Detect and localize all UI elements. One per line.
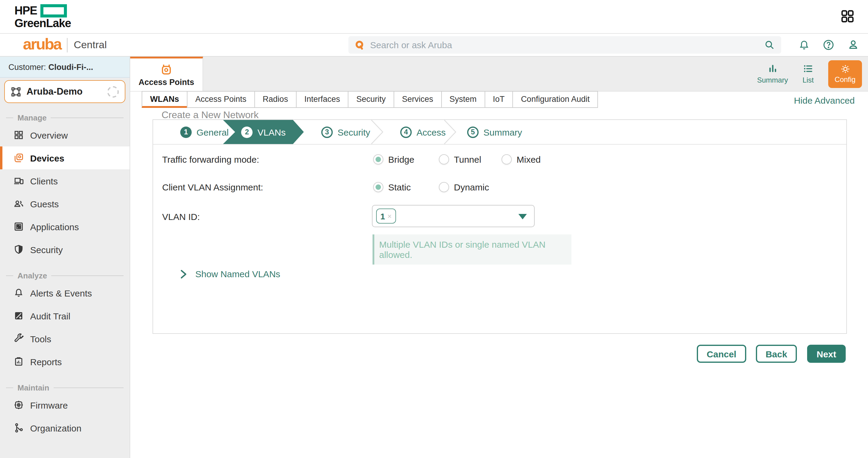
subtab-radios[interactable]: Radios <box>254 91 297 108</box>
sidebar-item-applications[interactable]: Applications <box>0 215 130 238</box>
chip-remove-icon[interactable]: × <box>388 212 392 220</box>
radio-selected-icon <box>373 182 383 192</box>
left-sidebar: Customer: Cloudi-Fi-... Aruba-Demo Manag… <box>0 57 130 458</box>
subtab-system[interactable]: System <box>441 91 485 108</box>
step-security[interactable]: 3 Security <box>321 120 370 144</box>
alerts-bell-icon <box>13 288 24 298</box>
summary-chart-icon <box>767 63 778 74</box>
subtab-configuration-audit[interactable]: Configuration Audit <box>513 91 598 108</box>
step-vlans-active[interactable]: 2 VLANs <box>223 120 304 144</box>
user-account-icon[interactable] <box>847 39 860 51</box>
context-selector[interactable]: Aruba-Demo <box>4 80 125 103</box>
config-view-button[interactable]: Config <box>828 60 862 88</box>
vlan-id-input[interactable]: 1 × <box>372 205 535 227</box>
subtab-iot[interactable]: IoT <box>484 91 513 108</box>
aruba-central-brand: aruba Central <box>23 34 107 56</box>
sidebar-item-security[interactable]: Security <box>0 238 130 261</box>
clients-icon <box>13 175 24 186</box>
vlan-chip-value: 1 <box>380 211 385 221</box>
apps-grid-icon[interactable] <box>840 9 855 24</box>
help-icon[interactable] <box>822 39 835 51</box>
security-shield-icon <box>13 244 24 255</box>
sidebar-item-reports[interactable]: Reports <box>0 350 130 373</box>
config-gear-icon <box>840 64 850 74</box>
radio-static[interactable]: Static <box>373 176 411 197</box>
sidebar-item-firmware[interactable]: Firmware <box>0 394 130 417</box>
sidebar-item-guests[interactable]: Guests <box>0 192 130 215</box>
show-named-vlans-toggle[interactable]: Show Named VLANs <box>179 269 280 279</box>
subtab-services[interactable]: Services <box>394 91 442 108</box>
organization-hierarchy-icon <box>13 422 24 433</box>
notifications-bell-icon[interactable] <box>798 39 810 51</box>
config-subtabs: WLANs Access Points Radios Interfaces Se… <box>130 91 868 109</box>
radio-unselected-icon <box>439 182 449 192</box>
central-header: aruba Central Search or ask Aruba <box>0 34 868 57</box>
radio-dynamic[interactable]: Dynamic <box>439 176 489 197</box>
radio-bridge[interactable]: Bridge <box>373 149 414 169</box>
step-access[interactable]: 4 Access <box>400 120 446 144</box>
subtab-interfaces[interactable]: Interfaces <box>296 91 349 108</box>
customer-name: Cloudi-Fi-... <box>49 62 93 71</box>
step-4-badge: 4 <box>400 126 412 138</box>
sidebar-item-audit-trail[interactable]: Audit Trail <box>0 304 130 327</box>
wizard-steps: 1 General 2 VLANs 3 Security <box>153 120 846 144</box>
main-content: Access Points Summary List <box>130 57 868 458</box>
traffic-forwarding-label: Traffic forwarding mode: <box>162 149 259 169</box>
sidebar-item-overview[interactable]: Overview <box>0 124 130 146</box>
sidebar-item-devices[interactable]: Devices <box>0 146 130 169</box>
customer-label: Customer: <box>8 62 46 71</box>
devices-icon <box>13 153 24 163</box>
customer-bar: Customer: Cloudi-Fi-... <box>0 57 130 78</box>
hide-advanced-link[interactable]: Hide Advanced <box>794 95 855 105</box>
radio-tunnel[interactable]: Tunnel <box>439 149 481 169</box>
sidebar-item-clients[interactable]: Clients <box>0 169 130 192</box>
aruba-q-icon <box>354 39 365 50</box>
tab-access-points[interactable]: Access Points <box>130 57 203 91</box>
step-2-badge: 2 <box>241 126 253 138</box>
vlan-chip: 1 × <box>376 208 396 224</box>
section-label-analyze: Analyze <box>0 269 130 282</box>
cancel-button[interactable]: Cancel <box>697 345 746 363</box>
radio-selected-icon <box>373 154 383 164</box>
search-input[interactable]: Search or ask Aruba <box>348 36 781 54</box>
subtab-access-points[interactable]: Access Points <box>187 91 255 108</box>
list-view-button[interactable]: List <box>803 63 814 85</box>
step-1-badge: 1 <box>180 126 192 138</box>
brand-divider <box>67 38 68 52</box>
section-label-maintain: Maintain <box>0 382 130 394</box>
hpe-green-rect <box>40 4 67 18</box>
search-placeholder: Search or ask Aruba <box>370 40 764 50</box>
radio-mixed[interactable]: Mixed <box>501 149 541 169</box>
overview-icon <box>13 130 24 140</box>
aruba-logo: aruba <box>23 36 61 54</box>
search-icon[interactable] <box>764 39 775 51</box>
sidebar-item-organization[interactable]: Organization <box>0 417 130 439</box>
hpe-logo-text: HPE <box>14 5 37 17</box>
subtab-security[interactable]: Security <box>348 91 394 108</box>
access-point-icon <box>160 63 173 76</box>
sidebar-item-tools[interactable]: Tools <box>0 327 130 350</box>
radio-unselected-icon <box>439 154 449 164</box>
tools-wrench-icon <box>13 333 24 344</box>
summary-view-button[interactable]: Summary <box>757 63 788 85</box>
wizard-title: Create a New Network <box>161 110 258 121</box>
step-5-badge: 5 <box>467 126 478 138</box>
next-button[interactable]: Next <box>807 345 846 363</box>
step-separator-icon <box>443 120 457 144</box>
context-name: Aruba-Demo <box>27 86 102 97</box>
subtab-wlans[interactable]: WLANs <box>142 91 187 108</box>
guests-icon <box>13 198 24 209</box>
step-summary[interactable]: 5 Summary <box>467 120 522 144</box>
sidebar-item-alerts-events[interactable]: Alerts & Events <box>0 282 130 304</box>
vlan-id-label: VLAN ID: <box>162 206 200 227</box>
step-general[interactable]: 1 General <box>180 120 229 144</box>
back-button[interactable]: Back <box>756 345 797 363</box>
product-name: Central <box>74 39 107 51</box>
vlan-assignment-row: Client VLAN Assignment: Static Dynamic <box>153 176 846 197</box>
dropdown-arrow-icon[interactable] <box>518 214 527 219</box>
reports-icon <box>13 356 24 367</box>
tab-access-points-label: Access Points <box>138 77 194 87</box>
vlan-hint-text: Multiple VLAN IDs or single named VLAN a… <box>379 239 567 260</box>
vlan-assignment-label: Client VLAN Assignment: <box>162 176 263 197</box>
step-3-badge: 3 <box>321 126 333 138</box>
